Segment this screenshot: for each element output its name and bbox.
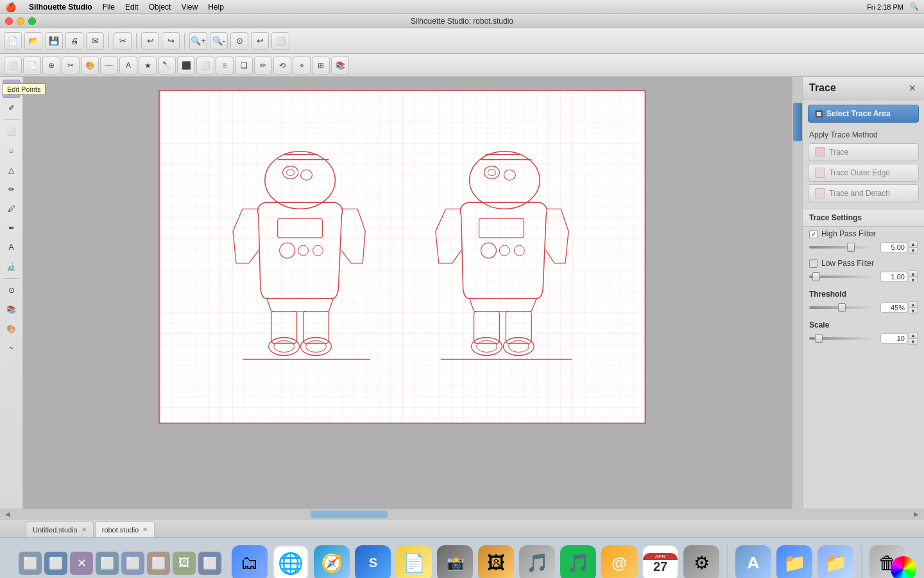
zoom-in-button[interactable]: 🔍+: [189, 32, 207, 50]
low-pass-slider[interactable]: [809, 276, 878, 278]
threshold-stepper[interactable]: ▲ ▼: [909, 301, 918, 314]
scale-thumb[interactable]: [815, 334, 823, 343]
calligraphy-tool-btn[interactable]: ✒: [3, 219, 21, 237]
send-button[interactable]: ✉: [86, 32, 104, 50]
rectangle-tool-btn[interactable]: ⬜: [3, 123, 21, 141]
dock-mini-3[interactable]: ✕: [70, 552, 93, 575]
dock-folder2[interactable]: 📁: [817, 545, 853, 579]
library-tool-btn[interactable]: 📚: [3, 301, 21, 319]
close-icon[interactable]: ✕: [907, 83, 918, 93]
low-pass-checkbox[interactable]: [809, 259, 817, 268]
print-button[interactable]: 🖨: [65, 32, 83, 50]
zoom-tool-btn[interactable]: 🔬: [3, 258, 21, 276]
apple-menu[interactable]: 🍎: [5, 2, 16, 12]
dock-calendar[interactable]: APR 27: [642, 545, 678, 579]
scroll-left-btn[interactable]: ◀: [0, 511, 15, 518]
cut-settings-tool[interactable]: ✂: [62, 57, 80, 74]
edit-points-tool-btn[interactable]: ✐: [3, 99, 21, 117]
snap-tool[interactable]: ⌖: [293, 57, 311, 74]
minimize-button[interactable]: [17, 17, 24, 25]
select-tool-btn[interactable]: ↖: [3, 80, 21, 98]
sketch-tool[interactable]: ✏: [254, 57, 272, 74]
search-icon[interactable]: 🔍: [910, 3, 919, 11]
threshold-thumb[interactable]: [838, 303, 846, 312]
fill-color-tool-btn[interactable]: 🎨: [3, 320, 21, 338]
high-pass-slider[interactable]: [809, 246, 878, 249]
low-pass-stepper[interactable]: ▲ ▼: [909, 270, 918, 283]
select-trace-area-button[interactable]: 🔲 Select Trace Area: [808, 105, 919, 123]
low-pass-down[interactable]: ▼: [909, 277, 918, 283]
high-pass-stepper[interactable]: ▲ ▼: [909, 241, 918, 254]
redo-button[interactable]: ↪: [162, 32, 180, 50]
library-tool[interactable]: 📚: [331, 57, 349, 74]
threshold-value[interactable]: 45%: [880, 302, 907, 313]
cut-button[interactable]: ✂: [114, 32, 132, 50]
page-tool[interactable]: 📄: [23, 57, 41, 74]
dock-screenshot[interactable]: 📸: [437, 545, 473, 579]
line-style-tool[interactable]: —: [100, 57, 118, 74]
reg-marks-tool[interactable]: ⊕: [42, 57, 60, 74]
menu-help[interactable]: Help: [208, 3, 224, 12]
scroll-right-btn[interactable]: ▶: [909, 511, 924, 518]
dock-mini-6[interactable]: ⬜: [147, 552, 170, 575]
fill-tool[interactable]: 🎨: [81, 57, 99, 74]
menu-edit[interactable]: Edit: [125, 3, 139, 12]
dock-itunes[interactable]: 🎵: [519, 545, 555, 579]
tab-robot-studio[interactable]: robot.studio ✕: [95, 521, 155, 537]
save-button[interactable]: 💾: [45, 32, 63, 50]
scale-stepper[interactable]: ▲ ▼: [909, 332, 918, 345]
high-pass-checkbox[interactable]: ✓: [809, 230, 817, 238]
dock-mail[interactable]: @: [601, 545, 637, 579]
trace-method-btn[interactable]: Trace: [808, 143, 919, 161]
dock-mini-4[interactable]: ⬜: [96, 552, 119, 575]
trace-and-detach-btn[interactable]: Trace and Detach: [808, 184, 919, 202]
tab-untitled-studio[interactable]: Untitled.studio ✕: [26, 521, 94, 537]
line-color-tool-btn[interactable]: ~: [3, 339, 21, 357]
pencil-tool-btn[interactable]: ✏: [3, 180, 21, 198]
dock-chrome[interactable]: 🌐: [273, 545, 309, 579]
dock-mini-1[interactable]: ⬜: [19, 552, 42, 575]
tab-robot-close[interactable]: ✕: [142, 526, 148, 533]
color-picker-icon[interactable]: [891, 556, 916, 578]
menu-file[interactable]: File: [103, 3, 115, 12]
pen-tool-btn[interactable]: 🖊: [3, 200, 21, 218]
shapes-tool[interactable]: ★: [139, 57, 157, 74]
tab-untitled-close[interactable]: ✕: [81, 526, 87, 533]
dock-mini-7[interactable]: 🖼: [173, 552, 196, 575]
dock-mini-5[interactable]: ⬜: [121, 552, 144, 575]
threshold-down[interactable]: ▼: [909, 308, 918, 314]
group-tool[interactable]: ⬛: [177, 57, 195, 74]
grid-tool[interactable]: ⊞: [312, 57, 330, 74]
vscrollbar-thumb[interactable]: [793, 103, 802, 141]
close-button[interactable]: [5, 17, 13, 25]
dock-spotify[interactable]: 🎵: [560, 545, 596, 579]
high-pass-up[interactable]: ▲: [909, 241, 918, 247]
dock-folder1[interactable]: 📁: [776, 545, 812, 579]
dock-finder[interactable]: 🗂: [232, 545, 268, 579]
open-button[interactable]: 📂: [24, 32, 42, 50]
align-tool[interactable]: ≡: [216, 57, 234, 74]
high-pass-value[interactable]: 5.00: [880, 242, 907, 252]
dock-photos[interactable]: 🖼: [478, 545, 514, 579]
dock-silhouette[interactable]: S: [355, 545, 391, 579]
menu-object[interactable]: Object: [149, 3, 171, 12]
dock-safari[interactable]: 🧭: [314, 545, 350, 579]
horizontal-scrollbar[interactable]: ◀ ▶: [0, 509, 924, 519]
zoom-fit-button[interactable]: ⊙: [230, 32, 248, 50]
trace-outer-edge-btn[interactable]: Trace Outer Edge: [808, 164, 919, 182]
menu-view[interactable]: View: [181, 3, 198, 12]
text-style-tool[interactable]: A: [119, 57, 137, 74]
select-tool[interactable]: ⬜: [4, 57, 22, 74]
low-pass-value[interactable]: 1.00: [880, 272, 907, 282]
canvas-area[interactable]: [23, 77, 802, 509]
dock-notes[interactable]: 📄: [396, 545, 432, 579]
dock-mini-8[interactable]: ⬜: [198, 552, 221, 575]
canvas-scroll[interactable]: [23, 77, 792, 509]
zoom-reset-button[interactable]: ↩: [251, 32, 269, 50]
new-button[interactable]: 📄: [4, 32, 22, 50]
polygon-tool-btn[interactable]: △: [3, 161, 21, 179]
weld-tool-btn[interactable]: ⊙: [3, 281, 21, 299]
knife-tool[interactable]: 🔪: [158, 57, 176, 74]
scale-value[interactable]: 10: [880, 333, 907, 344]
transform-tool[interactable]: ⟲: [273, 57, 291, 74]
